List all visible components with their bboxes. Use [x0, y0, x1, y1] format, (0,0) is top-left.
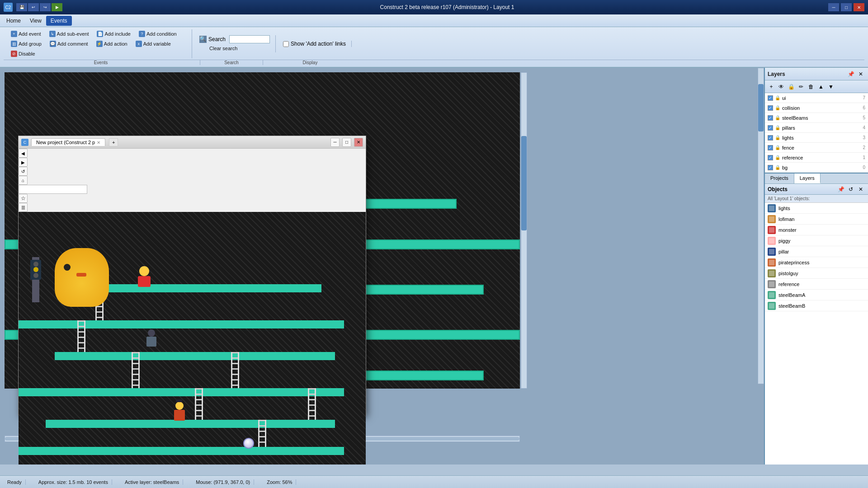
home-button[interactable]: ⌂: [19, 176, 28, 185]
layer-up-button[interactable]: ▲: [816, 82, 826, 91]
object-item-steelBeamB[interactable]: steelBeamB: [765, 300, 868, 311]
object-item-monster[interactable]: monster: [765, 225, 868, 235]
add-condition-button[interactable]: ? Add condition: [135, 29, 180, 38]
window-title: Construct 2 beta release r107 (Administr…: [66, 4, 828, 10]
object-item-lights[interactable]: lights: [765, 203, 868, 214]
reload-button[interactable]: ↺: [19, 167, 28, 176]
minimize-button[interactable]: ─: [828, 3, 839, 11]
layers-header: Layers 📌 ✕: [765, 68, 868, 80]
layer-checkbox-reference[interactable]: [768, 155, 773, 160]
object-item-lofiman[interactable]: lofiman: [765, 214, 868, 225]
layer-add-button[interactable]: +: [767, 82, 776, 91]
browser-minimize[interactable]: ─: [330, 138, 340, 147]
browser-tab[interactable]: New project (Construct 2 p ✕: [31, 138, 105, 146]
new-tab-button[interactable]: +: [109, 138, 118, 146]
layer-delete-button[interactable]: 🗑: [807, 82, 816, 91]
browser-game-content[interactable]: [19, 212, 366, 465]
address-bar[interactable]: localhost:50000: [19, 185, 87, 194]
add-sub-event-button[interactable]: ↳ Add sub-event: [46, 29, 93, 38]
layer-checkbox-pillars[interactable]: [768, 125, 773, 131]
layer-item-pillars[interactable]: 🔒 pillars 4: [765, 123, 868, 133]
object-item-pillar[interactable]: pillar: [765, 246, 868, 257]
layer-name-lights: lights: [782, 135, 861, 141]
disable-button[interactable]: ⊘ Disable: [7, 49, 39, 58]
objects-pin-button[interactable]: 📌: [836, 185, 845, 194]
close-button[interactable]: ✕: [854, 3, 864, 11]
quick-run[interactable]: ▶: [52, 3, 62, 11]
show-add-action-checkbox[interactable]: [283, 41, 289, 47]
menu-view[interactable]: View: [25, 16, 46, 26]
layer-eye-button[interactable]: 👁: [777, 82, 786, 91]
layer-edit-button[interactable]: ✏: [797, 82, 806, 91]
layer-lock-icon-reference: 🔒: [775, 155, 780, 160]
object-item-reference[interactable]: reference: [765, 279, 868, 290]
layer-item-ui[interactable]: 🔒 ui 7: [765, 93, 868, 103]
layer-checkbox-ui[interactable]: [768, 95, 773, 101]
right-panels: Layers 📌 ✕ + 👁 🔒 ✏ 🗑 ▲ ▼ 🔒 ui 7: [764, 68, 868, 465]
browser-maximize[interactable]: □: [342, 138, 351, 147]
objects-refresh-button[interactable]: ↺: [846, 185, 855, 194]
layer-item-steelBeams[interactable]: 🔒 steelBeams 5: [765, 113, 868, 123]
obj-name-steelBeamB: steelBeamB: [778, 303, 805, 309]
svg-rect-6: [769, 271, 774, 276]
back-button[interactable]: ◀: [19, 149, 28, 158]
layer-name-reference: reference: [782, 155, 861, 160]
layer-item-lights[interactable]: 🔒 lights 3: [765, 133, 868, 143]
add-group-button[interactable]: ▥ Add group: [7, 39, 45, 48]
add-include-button[interactable]: 📄 Add include: [93, 29, 134, 38]
objects-close-button[interactable]: ✕: [856, 185, 865, 194]
tab-projects[interactable]: Projects: [765, 174, 794, 183]
layer-down-button[interactable]: ▼: [826, 82, 835, 91]
layer-item-bg[interactable]: 🔒 bg 0: [765, 163, 868, 173]
add-variable-button[interactable]: x Add variable: [132, 39, 175, 48]
layer-checkbox-fence[interactable]: [768, 145, 773, 150]
layer-item-collision[interactable]: 🔒 collision 6: [765, 103, 868, 113]
object-item-steelBeamA[interactable]: steelBeamA: [765, 290, 868, 300]
tab-layers[interactable]: Layers: [794, 174, 821, 183]
bookmark-button[interactable]: ☆: [19, 194, 28, 203]
toolbar: + Add event ↳ Add sub-event 📄 Add includ…: [0, 27, 868, 68]
svg-rect-7: [769, 282, 774, 287]
layer-checkbox-bg[interactable]: [768, 165, 773, 170]
layers-pin-button[interactable]: 📌: [846, 70, 855, 79]
object-item-piggy[interactable]: piggy: [765, 235, 868, 246]
clear-search-button[interactable]: Clear search: [199, 44, 270, 52]
layer-checkbox-collision[interactable]: [768, 105, 773, 111]
search-input[interactable]: [229, 35, 270, 43]
layer-checkbox-steelBeams[interactable]: [768, 115, 773, 121]
maximize-button[interactable]: □: [841, 3, 852, 11]
add-include-icon: 📄: [97, 31, 103, 37]
layer-item-fence[interactable]: 🔒 fence 2: [765, 143, 868, 153]
layer-checkbox-lights[interactable]: [768, 135, 773, 141]
add-variable-icon: x: [136, 41, 142, 47]
obj-name-monster: monster: [778, 227, 797, 233]
v-scrollbar-right[interactable]: [758, 68, 764, 384]
layer-count-bg: 0: [863, 165, 865, 170]
search-section-label: Search: [200, 60, 263, 65]
add-comment-button[interactable]: 💬 Add comment: [46, 39, 92, 48]
layer-lock-icon-steelBeams: 🔒: [775, 115, 780, 120]
obj-name-lights: lights: [778, 206, 790, 211]
add-event-button[interactable]: + Add event: [7, 29, 45, 38]
svg-rect-8: [769, 292, 774, 298]
menu-home[interactable]: Home: [2, 16, 25, 26]
browser-platform-4: [19, 388, 344, 396]
v-scrollbar-layout[interactable]: [521, 72, 527, 389]
browser-ladder-3: [132, 352, 140, 388]
object-item-pistolguy[interactable]: pistolguy: [765, 268, 868, 279]
browser-tab-close[interactable]: ✕: [97, 140, 100, 145]
object-item-pirateprincess[interactable]: pirateprincess: [765, 257, 868, 268]
browser-ladder-7: [308, 388, 316, 420]
layers-panel: Layers 📌 ✕ + 👁 🔒 ✏ 🗑 ▲ ▼ 🔒 ui 7: [765, 68, 868, 174]
add-action-button[interactable]: ⚡ Add action: [93, 39, 131, 48]
layers-close-button[interactable]: ✕: [856, 70, 865, 79]
menu-events[interactable]: Events: [46, 16, 72, 26]
menu-button[interactable]: ☰: [19, 203, 28, 212]
quick-save[interactable]: 💾: [16, 3, 27, 11]
forward-button[interactable]: ▶: [19, 158, 28, 167]
quick-undo[interactable]: ↩: [28, 3, 39, 11]
layer-item-reference[interactable]: 🔒 reference 1: [765, 153, 868, 163]
quick-redo[interactable]: ↪: [40, 3, 51, 11]
browser-close[interactable]: ✕: [354, 138, 363, 147]
layer-lock-button[interactable]: 🔒: [787, 82, 796, 91]
